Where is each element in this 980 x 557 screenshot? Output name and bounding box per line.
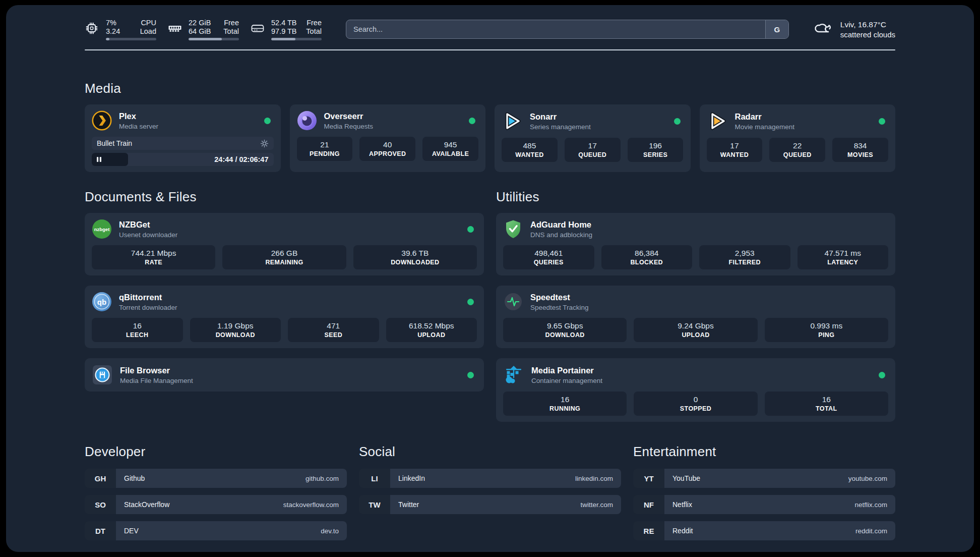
stat-label: SERIES <box>632 151 680 158</box>
system-stat-progress-track <box>271 38 322 40</box>
stat-value: 17 <box>711 141 759 150</box>
portainer-icon[interactable] <box>503 364 524 385</box>
bookmark-url: dev.to <box>321 527 339 535</box>
bookmark-link-stackoverflow[interactable]: SOStackOverflowstackoverflow.com <box>85 495 347 514</box>
app-card-speedtest[interactable]: SpeedtestSpeedtest Tracking9.65 GbpsDOWN… <box>496 286 895 348</box>
stat-value: 9.24 Gbps <box>638 321 753 330</box>
app-card-sonarr[interactable]: SonarrSeries management485WANTED17QUEUED… <box>495 104 691 172</box>
stat-blocked: 86,384BLOCKED <box>601 245 693 269</box>
stat-download: 9.65 GbpsDOWNLOAD <box>503 318 627 342</box>
app-card-qbittorrent[interactable]: qbqBittorrentTorrent downloader16LEECH1.… <box>85 286 484 348</box>
memory-icon <box>167 21 182 35</box>
app-card-file-browser[interactable]: File BrowserMedia File Management <box>85 358 484 392</box>
app-card-overseerr[interactable]: OverseerrMedia Requests21PENDING40APPROV… <box>290 104 486 172</box>
disk-icon <box>250 21 265 35</box>
overseerr-icon[interactable] <box>297 110 317 131</box>
bookmark-section-developer: DeveloperGHGithubgithub.comSOStackOverfl… <box>85 444 347 540</box>
app-card-adguard-home[interactable]: AdGuard HomeDNS and adblocking498,461QUE… <box>496 213 895 275</box>
stat-seed: 471SEED <box>288 318 379 342</box>
app-card-nzbget[interactable]: nzbgetNZBGetUsenet downloader744.21 Mbps… <box>85 213 484 275</box>
stat-value: 744.21 Mbps <box>96 249 211 258</box>
stat-value: 1.19 Gbps <box>194 321 277 330</box>
stat-value: 485 <box>506 141 554 150</box>
stat-value: 16 <box>769 395 884 404</box>
stat-label: FILTERED <box>703 259 786 266</box>
stat-series: 196SERIES <box>628 138 684 162</box>
status-online-dot <box>879 372 885 378</box>
search-bar[interactable]: G <box>346 20 789 39</box>
weather-location: Lviv, 16.87°C <box>840 20 895 29</box>
sonarr-icon[interactable] <box>502 110 523 132</box>
stat-label: AVAILABLE <box>426 150 474 157</box>
gear-icon[interactable] <box>260 139 269 148</box>
bookmark-bar: Githubgithub.com <box>116 469 347 488</box>
stat-leech: 16LEECH <box>92 318 183 342</box>
now-playing-title: Bullet Train <box>97 139 132 147</box>
speedtest-icon[interactable] <box>503 292 523 312</box>
bookmark-url: twitter.com <box>580 501 613 509</box>
section-title-social: Social <box>359 444 621 460</box>
stat-downloaded: 39.6 TBDOWNLOADED <box>353 245 477 269</box>
stat-value: 2,953 <box>703 249 786 258</box>
system-stat-value: 22 GiB <box>189 19 216 27</box>
radarr-icon[interactable] <box>707 110 728 132</box>
bookmark-url: netflix.com <box>854 501 887 509</box>
stat-value: 16 <box>507 395 623 404</box>
app-card-plex[interactable]: PlexMedia serverBullet Train24:44 / 02:0… <box>85 104 281 172</box>
bookmark-abbr: RE <box>633 521 664 540</box>
stat-value: 0 <box>638 395 753 404</box>
stat-pending: 21PENDING <box>297 137 353 161</box>
stat-label: UPLOAD <box>638 331 753 339</box>
bookmark-name: Reddit <box>672 527 693 535</box>
stat-label: DOWNLOADED <box>357 259 473 266</box>
search-input[interactable] <box>346 20 765 38</box>
app-description: Torrent downloader <box>119 304 177 311</box>
app-card-radarr[interactable]: RadarrMovie management17WANTED22QUEUED83… <box>700 104 896 172</box>
stat-available: 945AVAILABLE <box>422 137 478 161</box>
app-card-media-portainer[interactable]: Media PortainerContainer management16RUN… <box>496 358 895 422</box>
bookmark-abbr: SO <box>85 495 116 514</box>
bookmark-section-entertainment: EntertainmentYTYouTubeyoutube.comNFNetfl… <box>633 444 895 540</box>
bookmark-link-youtube[interactable]: YTYouTubeyoutube.com <box>633 469 895 488</box>
bookmark-bar: LinkedInlinkedin.com <box>390 469 621 488</box>
status-online-dot <box>264 118 271 124</box>
bookmark-link-dev[interactable]: DTDEVdev.to <box>85 521 347 540</box>
system-stat-cpu: 7%CPU3.24Load <box>85 19 156 40</box>
app-name: Radarr <box>735 112 795 122</box>
bookmark-abbr: YT <box>633 469 664 488</box>
nzbget-icon[interactable]: nzbget <box>92 219 112 239</box>
bookmark-url: stackoverflow.com <box>283 501 339 509</box>
bookmark-bar: StackOverflowstackoverflow.com <box>116 495 347 514</box>
stat-value: 618.52 Mbps <box>390 321 473 330</box>
stat-value: 9.65 Gbps <box>507 321 623 330</box>
system-stat-value: 64 GiB <box>189 27 216 35</box>
bookmark-bar: Netflixnetflix.com <box>664 495 895 514</box>
app-name: Sonarr <box>530 112 591 122</box>
bookmark-link-netflix[interactable]: NFNetflixnetflix.com <box>633 495 895 514</box>
system-stat-progress-fill <box>189 38 222 40</box>
bookmark-link-github[interactable]: GHGithubgithub.com <box>85 469 347 488</box>
plex-icon[interactable] <box>92 110 112 131</box>
bookmark-link-reddit[interactable]: RERedditreddit.com <box>633 521 895 540</box>
search-engine-button[interactable]: G <box>765 20 788 38</box>
app-name: Speedtest <box>530 293 589 302</box>
status-online-dot <box>469 118 475 124</box>
stat-queued: 17QUEUED <box>565 138 621 162</box>
section-title-entertainment: Entertainment <box>633 444 895 460</box>
pause-button[interactable] <box>96 156 102 162</box>
stat-download: 1.19 GbpsDOWNLOAD <box>190 318 281 342</box>
adguard-icon[interactable] <box>503 219 523 239</box>
system-stat-label: Load <box>140 27 156 35</box>
bookmark-link-linkedin[interactable]: LILinkedInlinkedin.com <box>359 469 621 488</box>
playback-progress-bar[interactable]: 24:44 / 02:06:47 <box>92 153 274 166</box>
system-stat-label: Free <box>223 19 239 27</box>
filebrowser-icon[interactable] <box>92 364 113 385</box>
bookmark-link-twitter[interactable]: TWTwittertwitter.com <box>359 495 621 514</box>
app-description: Media server <box>119 123 158 130</box>
bookmark-abbr: GH <box>85 469 116 488</box>
bookmark-bar: DEVdev.to <box>116 521 347 540</box>
section-title-developer: Developer <box>85 444 347 460</box>
stat-upload: 9.24 GbpsUPLOAD <box>634 318 757 342</box>
app-description: Container management <box>531 377 602 384</box>
qbittorrent-icon[interactable]: qb <box>92 292 112 312</box>
